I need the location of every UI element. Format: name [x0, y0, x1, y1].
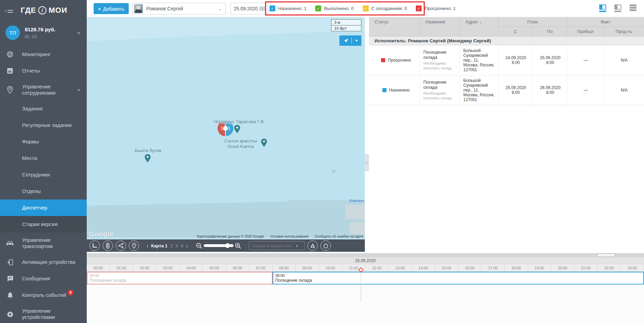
- sidebar-item-device-management[interactable]: Управление устройствами: [0, 303, 87, 323]
- timeline-bars: 08:00Посещение склада08:00Посещение скла…: [87, 272, 644, 284]
- poi-label: Нотариус Тарасова Г.В: [214, 119, 264, 124]
- cluster-overdue-count: 1: [221, 126, 223, 131]
- zoom-slider[interactable]: [204, 244, 233, 247]
- map-building-block: [346, 205, 365, 219]
- col-arrived[interactable]: Прибыл: [567, 27, 604, 36]
- col-address[interactable]: Адрес ↓: [460, 17, 498, 36]
- sidebar-item-old-version[interactable]: Старая версия: [0, 216, 87, 233]
- hour-label: 16:00: [458, 264, 481, 271]
- sidebar-item-places[interactable]: Места: [0, 150, 87, 166]
- col-name[interactable]: Название: [420, 17, 460, 36]
- zoom-slider-knob[interactable]: [225, 243, 230, 248]
- attribution-terms-link[interactable]: Условия использования: [270, 235, 308, 238]
- filter-checkbox-1[interactable]: ✓Выполнено: 0: [315, 6, 353, 11]
- poi-link-label: Компью: [349, 198, 364, 203]
- add-button[interactable]: +Добавить: [94, 3, 129, 14]
- sidebar-item-employee-management[interactable]: Управление сотрудниками: [0, 79, 87, 100]
- sidebar-item-regular-tasks[interactable]: Регулярные задания: [0, 117, 87, 133]
- next-map-arrow[interactable]: ›: [186, 243, 188, 249]
- zoom-out-icon[interactable]: [196, 243, 202, 249]
- panel-splitter-handle[interactable]: ‹: [365, 154, 369, 171]
- sidebar: ‹ ГДЕ МОИ ТП 8128.76 руб. ID: #3 Монитор…: [0, 0, 87, 323]
- map-tab-3[interactable]: 3: [176, 243, 178, 248]
- chevron-up-icon[interactable]: [77, 89, 81, 91]
- zoom-in-icon[interactable]: [235, 243, 241, 249]
- table-row[interactable]: НазначеноПосещение складаНеобходимо посе…: [369, 75, 644, 105]
- attribution-report-link[interactable]: Сообщить об ошибке на карте: [315, 235, 363, 238]
- traffic-button[interactable]: [103, 240, 113, 251]
- checkbox-checked-icon[interactable]: ✓: [315, 6, 321, 11]
- chevron-down-icon[interactable]: [355, 40, 358, 42]
- table-row[interactable]: ПросроченоПосещение складаНеобходимо пос…: [369, 45, 644, 75]
- sidebar-item-messages[interactable]: Сообщения: [0, 270, 87, 287]
- task-name: Посещение склада: [423, 80, 457, 90]
- sidebar-item-employees[interactable]: Сотрудники: [0, 166, 87, 183]
- view-map-table-icon[interactable]: [599, 4, 606, 12]
- sidebar-item-monitoring[interactable]: Мониторинг: [0, 46, 87, 63]
- sidebar-item-dispatcher[interactable]: Диспетчер: [0, 200, 87, 216]
- sidebar-item-label: Отделы: [22, 188, 41, 194]
- calendar-icon[interactable]: [260, 7, 265, 11]
- plan-to-cell: 26.09.2020 8:00: [533, 75, 567, 105]
- address-input[interactable]: [252, 243, 295, 248]
- address-go-button[interactable]: ›: [296, 243, 298, 248]
- share-track-button[interactable]: [116, 240, 126, 251]
- home-button[interactable]: [320, 240, 331, 251]
- filter-checkbox-2[interactable]: ✓С опозданием: 0: [363, 6, 407, 11]
- arrived-cell: —: [567, 45, 604, 75]
- geozones-button[interactable]: [307, 240, 318, 251]
- col-plan-from[interactable]: С: [498, 27, 533, 36]
- map[interactable]: 3 м 10 фут 1 1 Нотариус Тарасова Г.В Сал…: [87, 17, 365, 239]
- collapse-menu-icon[interactable]: ‹: [6, 8, 13, 13]
- bar-title: Посещение склада: [275, 278, 641, 283]
- app-logo: ГДЕ МОИ: [21, 6, 67, 15]
- sidebar-item-label: Контроль событий: [22, 292, 66, 298]
- user-block[interactable]: ТП 8128.76 руб. ID: #3: [0, 21, 87, 46]
- sidebar-item-device-activation[interactable]: Активация устройства: [0, 254, 87, 270]
- horizontal-scrollbar[interactable]: [87, 253, 644, 257]
- hour-label: 12:00: [365, 264, 388, 271]
- col-duration[interactable]: Прод-ть: [604, 27, 644, 36]
- checkbox-checked-icon[interactable]: ✓: [363, 6, 369, 11]
- view-list-icon[interactable]: [630, 4, 636, 12]
- date-input[interactable]: 25.09.2020: [231, 3, 268, 14]
- view-table-map-icon[interactable]: [614, 4, 621, 12]
- sidebar-item-event-control[interactable]: Контроль событий4: [0, 287, 87, 303]
- scrollbar-thumb[interactable]: [597, 254, 615, 257]
- col-status[interactable]: Статус: [369, 17, 420, 36]
- compass-icon: [38, 6, 47, 15]
- timeline-task-bar-1[interactable]: 08:00Посещение склада: [273, 272, 644, 284]
- sidebar-item-departments[interactable]: Отделы: [0, 183, 87, 200]
- checkbox-checked-icon[interactable]: ✓: [416, 6, 422, 11]
- employee-select-value: Романов Сергей: [146, 6, 218, 11]
- address-cell: Большой Сухаревский пер., 11, Москва, Ро…: [460, 75, 498, 105]
- filter-checkbox-0[interactable]: ✓Назначено: 1: [270, 6, 306, 11]
- timeline-task-bar-0[interactable]: 08:00Посещение склада: [87, 272, 273, 284]
- map-tab-4[interactable]: 4: [181, 243, 183, 248]
- duration-cell: N/A: [604, 45, 644, 75]
- employee-select[interactable]: Романов Сергей ⌄: [132, 3, 226, 14]
- sidebar-item-reports[interactable]: Отчеты: [0, 63, 87, 79]
- prev-map-arrow[interactable]: ‹: [147, 243, 148, 249]
- sidebar-item-transport-management[interactable]: Управление транспортом: [0, 233, 87, 254]
- map-tab-2[interactable]: 2: [170, 243, 173, 248]
- task-description: Необходимо посетить склад.: [423, 91, 457, 100]
- filter-label: Просрочено: 1: [424, 6, 456, 11]
- map-building-block: [350, 222, 365, 234]
- plan-to-cell: 25.09.2020 8:00: [533, 45, 567, 75]
- car-icon: [6, 240, 14, 246]
- hour-label: 10:00: [319, 264, 342, 271]
- filter-checkbox-3[interactable]: ✓Просрочено: 1: [416, 6, 456, 11]
- checkbox-checked-icon[interactable]: ✓: [270, 6, 275, 11]
- hour-label: 02:00: [133, 264, 156, 271]
- places-button[interactable]: [129, 240, 139, 251]
- sidebar-item-forms[interactable]: Формы: [0, 133, 87, 150]
- chevron-down-icon[interactable]: [77, 32, 81, 34]
- ruler-button[interactable]: [89, 240, 100, 251]
- col-plan-to[interactable]: По: [533, 27, 567, 36]
- toolbar: +Добавить Романов Сергей ⌄ 25.09.2020 ✓Н…: [87, 0, 644, 17]
- follow-marker-button[interactable]: [339, 35, 361, 46]
- timeline-date: 25.09.2020: [87, 257, 644, 264]
- current-map-tab[interactable]: Карта 1: [151, 243, 168, 248]
- sidebar-item-tasks[interactable]: Задания: [0, 100, 87, 117]
